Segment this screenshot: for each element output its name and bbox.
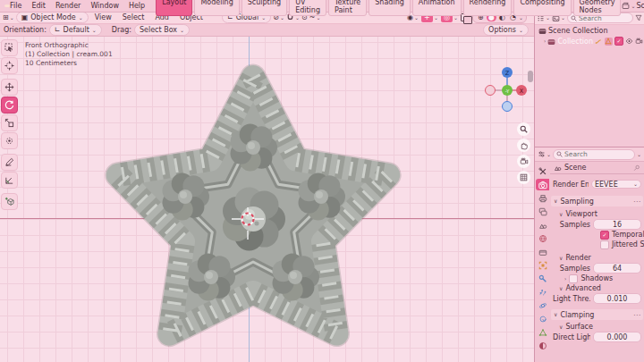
tab-constraint-properties[interactable] [536,313,549,324]
tab-render-properties[interactable] [536,179,549,190]
pin-icon[interactable] [633,164,640,172]
viewport-3d[interactable]: Front Orthographic (1) Collection | crea… [0,37,534,362]
temporal-checkbox[interactable]: ✓ [600,231,609,240]
scale-tool[interactable] [1,114,18,131]
rotate-tool[interactable] [1,97,18,114]
hide-viewport-eye-icon[interactable] [625,38,633,45]
tab-particle-properties[interactable] [536,286,549,298]
surface-subsection[interactable]: ∨ Surface [550,322,644,332]
outliner-panel: ⌄ ⌄ Scene Collection › Collection [534,12,644,147]
tab-modeling[interactable]: Modeling [194,0,239,16]
filter-funnel-icon[interactable] [635,14,642,21]
transform-tool[interactable] [1,132,18,149]
cream-star-object[interactable] [92,67,414,362]
cursor-tool[interactable] [1,57,18,74]
drag-setting-dropdown[interactable]: Select Box ⌄ [134,24,190,36]
tab-sculpting[interactable]: Sculpting [242,0,287,16]
advanced-subsection[interactable]: ∨ Advanced [550,283,644,293]
jittered-checkbox[interactable] [600,240,609,249]
properties-tabs [535,162,550,362]
menu-window[interactable]: Window [86,1,123,12]
properties-editor-button[interactable]: ⌄ [538,150,551,158]
add-cube-tool[interactable] [1,193,18,210]
tab-world-properties[interactable] [536,232,549,244]
clamping-title: Clamping [560,311,594,319]
menu-select[interactable]: Select [118,13,149,23]
shadows-expand-icon[interactable]: › [564,276,566,282]
pan-button[interactable] [517,139,530,152]
measure-tool[interactable] [1,172,18,189]
viewport-subsection[interactable]: ∨ Viewport [550,209,644,219]
render-engine-dropdown[interactable]: EEVEE ⌄ [591,180,641,189]
gizmo-neg-x-axis[interactable] [486,86,496,96]
collection-expand-icon[interactable]: › [544,38,546,44]
render-samples-field[interactable]: 64 [593,263,641,274]
clamping-options-icon[interactable]: ⋯ [633,311,640,319]
camera-view-button[interactable] [517,155,530,168]
tab-modifier-properties[interactable] [536,273,549,284]
tab-output-properties[interactable] [536,192,549,204]
tab-layout[interactable]: Layout [156,0,192,16]
tab-shading[interactable]: Shading [369,0,411,16]
grid-scale-text: 10 Centimeters [25,59,113,68]
shadows-row[interactable]: › Shadows [550,274,644,283]
tool-settings-bar: Orientation: ∟ Default ⌄ Drag: Select Bo… [0,24,534,37]
move-tool[interactable] [1,79,18,96]
direct-light-field[interactable]: 0.000 [593,332,641,342]
properties-breadcrumb: Scene [550,162,644,174]
render-subsection[interactable]: ∨ Render [550,253,644,263]
scene-breadcrumb-icon [554,164,562,172]
mode-dropdown[interactable]: ▣ Object Mode ⌄ [16,12,89,23]
svg-text:X: X [520,88,524,95]
tab-scene-properties[interactable] [536,219,549,231]
shadows-checkbox[interactable] [569,274,578,283]
menu-view[interactable]: View [90,13,116,23]
properties-search[interactable] [553,149,635,160]
blender-window: File Edit Render Window Help Layout Mode… [0,0,644,362]
viewport-samples-field[interactable]: 16 [593,219,641,230]
properties-search-input[interactable] [564,150,631,158]
collection-exclude-checkbox[interactable]: ✓ [614,37,623,46]
clamping-section-header[interactable]: ∨ Clamping ⋯ [551,309,643,320]
zoom-button[interactable] [517,122,530,136]
light-threshold-field[interactable]: 0.010 [593,293,641,304]
tab-object-properties[interactable] [536,259,549,271]
annotate-tool[interactable] [1,154,18,171]
tab-collection-properties[interactable] [536,246,549,257]
tab-tool-properties[interactable] [536,165,549,177]
sampling-options-icon[interactable]: ⋯ [633,198,640,206]
gizmo-neg-z-axis[interactable] [503,102,513,112]
options-button[interactable]: Options ⌄ [483,24,529,36]
select-box-tool[interactable] [1,39,18,56]
object-mesh-icon[interactable] [605,38,613,46]
disable-render-camera-icon[interactable] [635,38,643,45]
orientation-setting-dropdown[interactable]: ∟ Default ⌄ [49,24,102,36]
outliner-row-collection[interactable]: › Collection ✓ [535,36,644,46]
outliner-row-scene-collection[interactable]: Scene Collection [535,25,644,36]
editor-type-button[interactable]: ⊞ ⌄ [3,14,14,21]
properties-options-dropdown-icon[interactable]: ⌄ [637,152,641,157]
tab-animation[interactable]: Animation [412,0,462,16]
tab-physics-properties[interactable] [536,299,549,311]
scene-dropdown-icon: ⌄ [631,4,635,9]
menu-help[interactable]: Help [124,1,149,12]
tab-geometry-nodes[interactable]: Geometry Nodes [573,0,622,16]
navigation-gizmo[interactable]: Z X -Y [483,63,533,122]
menu-edit[interactable]: Edit [27,1,50,12]
viewport-scrollbar[interactable] [528,71,533,82]
surface-caret-icon: ∨ [559,324,563,330]
sampling-section-header[interactable]: ∨ Sampling ⋯ [551,196,643,206]
tab-rendering[interactable]: Rendering [463,0,513,16]
tab-uv-editing[interactable]: UV Editing [289,0,326,16]
collection-label: Collection [557,38,593,46]
tab-viewlayer-properties[interactable] [536,206,549,217]
scene-selector[interactable]: ⌄ Scene [622,2,644,10]
object-curve-icon[interactable] [595,38,603,46]
tab-compositing[interactable]: Compositing [513,0,571,16]
tab-texture-paint[interactable]: Texture Paint [328,0,367,16]
tab-object-data-properties[interactable] [536,326,549,338]
jittered-shadows-row: Jittered Sha... [550,240,644,249]
menu-render[interactable]: Render [51,1,85,12]
tab-material-properties[interactable] [536,340,549,351]
toggle-perspective-button[interactable] [517,171,530,184]
